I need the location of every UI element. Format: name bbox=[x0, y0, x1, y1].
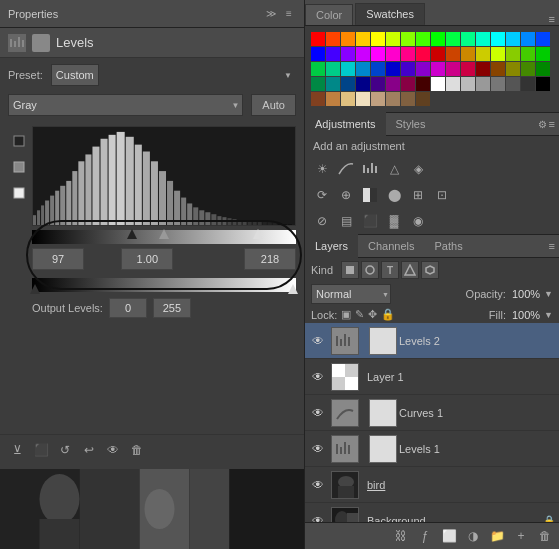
kind-filter-shape[interactable] bbox=[401, 261, 419, 279]
delete-layer-button[interactable]: 🗑 bbox=[535, 526, 555, 546]
adjustments-menu-icon[interactable]: ≡ bbox=[549, 118, 555, 130]
posterize-icon[interactable]: ▤ bbox=[335, 210, 357, 232]
tab-adjustments[interactable]: Adjustments bbox=[305, 112, 386, 136]
swatch-item[interactable] bbox=[311, 92, 325, 106]
invert-icon[interactable]: ⊘ bbox=[311, 210, 333, 232]
swatch-item[interactable] bbox=[431, 32, 445, 46]
tab-paths[interactable]: Paths bbox=[425, 234, 473, 258]
bw-icon[interactable] bbox=[359, 184, 381, 206]
swatch-item[interactable] bbox=[401, 77, 415, 91]
layer-visibility-icon[interactable]: 👁 bbox=[309, 332, 327, 350]
swatch-item[interactable] bbox=[446, 47, 460, 61]
highlight-input[interactable]: 218 bbox=[244, 248, 296, 270]
shadow-slider[interactable] bbox=[127, 229, 137, 239]
tab-styles[interactable]: Styles bbox=[386, 112, 436, 136]
swatch-item[interactable] bbox=[371, 77, 385, 91]
swatch-item[interactable] bbox=[371, 92, 385, 106]
swatch-item[interactable] bbox=[446, 62, 460, 76]
preset-select[interactable]: Custom bbox=[51, 64, 99, 86]
blend-mode-select[interactable]: Normal bbox=[311, 284, 391, 304]
swatch-item[interactable] bbox=[521, 62, 535, 76]
swatch-item[interactable] bbox=[431, 47, 445, 61]
swatch-item[interactable] bbox=[491, 32, 505, 46]
reset-icon[interactable]: ↺ bbox=[56, 441, 74, 459]
curves-icon[interactable] bbox=[335, 158, 357, 180]
swatch-item[interactable] bbox=[521, 47, 535, 61]
menu-icon[interactable]: ≡ bbox=[282, 7, 296, 21]
swatch-item[interactable] bbox=[356, 47, 370, 61]
output-shadow-slider[interactable] bbox=[30, 284, 40, 294]
layer-visibility-icon[interactable]: 👁 bbox=[309, 440, 327, 458]
swatches-menu-icon[interactable]: ≡ bbox=[549, 13, 555, 25]
exposure-icon[interactable]: △ bbox=[383, 158, 405, 180]
swatch-item[interactable] bbox=[446, 77, 460, 91]
swatch-item[interactable] bbox=[416, 62, 430, 76]
kind-filter-pixel[interactable] bbox=[341, 261, 359, 279]
new-layer-button[interactable]: + bbox=[511, 526, 531, 546]
swatch-item[interactable] bbox=[476, 77, 490, 91]
swatch-item[interactable] bbox=[386, 92, 400, 106]
swatch-item[interactable] bbox=[461, 77, 475, 91]
visibility-icon[interactable]: 👁 bbox=[104, 441, 122, 459]
shadow-input[interactable]: 97 bbox=[32, 248, 84, 270]
swatch-item[interactable] bbox=[401, 47, 415, 61]
layer-row[interactable]: 👁 bird bbox=[305, 467, 559, 503]
swatch-item[interactable] bbox=[326, 47, 340, 61]
swatch-item[interactable] bbox=[506, 62, 520, 76]
lock-paint-icon[interactable]: ✎ bbox=[355, 308, 364, 321]
eyedropper-black-icon[interactable] bbox=[10, 132, 28, 150]
swatch-item[interactable] bbox=[371, 32, 385, 46]
fill-chevron-icon[interactable]: ▼ bbox=[544, 310, 553, 320]
color-lookup-icon[interactable]: ⊡ bbox=[431, 184, 453, 206]
swatch-item[interactable] bbox=[461, 47, 475, 61]
swatch-item[interactable] bbox=[506, 47, 520, 61]
gradient-map-icon[interactable]: ▓ bbox=[383, 210, 405, 232]
output-highlight-slider[interactable] bbox=[288, 284, 298, 294]
layer-name-bird[interactable]: bird bbox=[367, 479, 555, 491]
kind-filter-smart[interactable] bbox=[421, 261, 439, 279]
swatch-item[interactable] bbox=[326, 77, 340, 91]
layer-visibility-icon[interactable]: 👁 bbox=[309, 512, 327, 523]
layer-row[interactable]: 👁 Levels 2 bbox=[305, 323, 559, 359]
lock-all-icon[interactable]: 🔒 bbox=[381, 308, 395, 321]
brightness-icon[interactable]: ☀ bbox=[311, 158, 333, 180]
layer-row[interactable]: 👁 Curves 1 bbox=[305, 395, 559, 431]
swatch-item[interactable] bbox=[311, 77, 325, 91]
swatch-item[interactable] bbox=[341, 62, 355, 76]
swatch-item[interactable] bbox=[401, 62, 415, 76]
new-adjustment-button[interactable]: ◑ bbox=[463, 526, 483, 546]
layer-row[interactable]: 👁 Layer 1 bbox=[305, 359, 559, 395]
adjustments-settings-icon[interactable]: ⚙ bbox=[538, 119, 547, 130]
swatch-item[interactable] bbox=[311, 32, 325, 46]
color-balance-icon[interactable]: ⊕ bbox=[335, 184, 357, 206]
tab-swatches[interactable]: Swatches bbox=[355, 3, 425, 25]
layer-row[interactable]: 👁 Levels 1 bbox=[305, 431, 559, 467]
swatch-item[interactable] bbox=[476, 62, 490, 76]
layer-visibility-icon[interactable]: 👁 bbox=[309, 404, 327, 422]
swatch-item[interactable] bbox=[341, 77, 355, 91]
photo-filter-icon[interactable]: ⬤ bbox=[383, 184, 405, 206]
swatch-item[interactable] bbox=[401, 92, 415, 106]
swatch-item[interactable] bbox=[386, 77, 400, 91]
tab-color[interactable]: Color bbox=[305, 4, 353, 25]
lock-transparency-icon[interactable]: ▣ bbox=[341, 308, 351, 321]
swatch-item[interactable] bbox=[416, 47, 430, 61]
swatch-item[interactable] bbox=[461, 32, 475, 46]
swatch-item[interactable] bbox=[476, 32, 490, 46]
tab-channels[interactable]: Channels bbox=[358, 234, 424, 258]
channel-mixer-icon[interactable]: ⊞ bbox=[407, 184, 429, 206]
eyedropper-gray-icon[interactable] bbox=[10, 158, 28, 176]
output-high-input[interactable]: 255 bbox=[153, 298, 191, 318]
swatch-item[interactable] bbox=[536, 47, 550, 61]
hue-icon[interactable]: ⟳ bbox=[311, 184, 333, 206]
levels-icon-adj[interactable] bbox=[359, 158, 381, 180]
swatch-item[interactable] bbox=[401, 32, 415, 46]
swatch-item[interactable] bbox=[491, 77, 505, 91]
opacity-value[interactable]: 100% bbox=[512, 288, 540, 300]
swatch-item[interactable] bbox=[536, 77, 550, 91]
swatch-item[interactable] bbox=[341, 92, 355, 106]
swatch-item[interactable] bbox=[386, 62, 400, 76]
layer-link-button[interactable]: ⛓ bbox=[391, 526, 411, 546]
swatch-item[interactable] bbox=[311, 62, 325, 76]
swatch-item[interactable] bbox=[311, 47, 325, 61]
